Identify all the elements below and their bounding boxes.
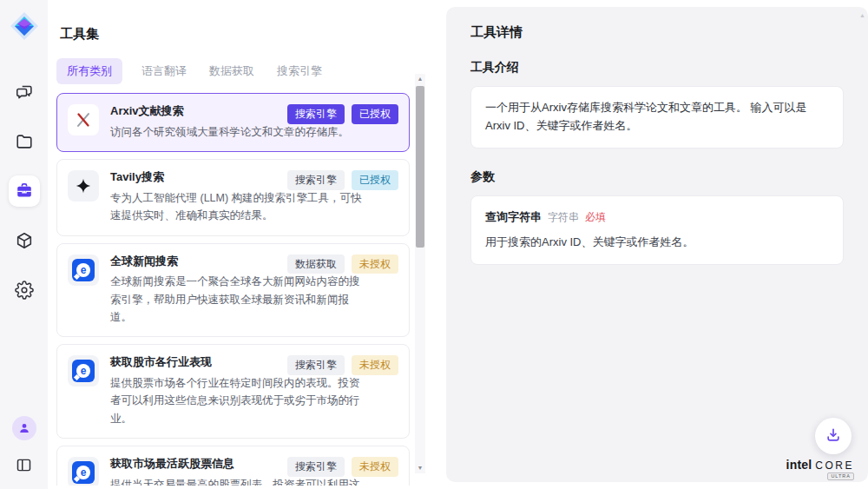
scroll-down-icon[interactable]: ▼: [418, 463, 424, 473]
param-required-badge: 必填: [585, 209, 606, 226]
avatar: [12, 416, 36, 440]
rail-nav-items: [9, 76, 40, 306]
tool-badges: 搜索引擎 已授权: [287, 104, 398, 124]
tool-details-panel: ▲ 工具详情 工具介绍 一个用于从Arxiv存储库搜索科学论文和文章的工具。 输…: [446, 7, 868, 482]
param-type: 字符串: [548, 209, 579, 226]
intel-wordmark: intel: [786, 458, 812, 472]
tool-description: 访问各个研究领域大量科学论文和文章的存储库。: [110, 123, 349, 141]
tab-所有类别[interactable]: 所有类别: [56, 58, 122, 84]
tab-语言翻译[interactable]: 语言翻译: [138, 58, 190, 84]
tavily-star-icon: [68, 170, 99, 202]
list-scrollbar[interactable]: ▲ ▼: [415, 74, 425, 473]
category-badge: 搜索引擎: [287, 104, 345, 124]
rail-item-cube-icon[interactable]: [9, 225, 40, 256]
param-header: 查询字符串 字符串 必填: [485, 208, 829, 227]
param-card: 查询字符串 字符串 必填 用于搜索的Arxiv ID、关键字或作者姓名。: [470, 195, 844, 266]
params-heading: 参数: [470, 169, 844, 185]
status-badge: 未授权: [352, 254, 398, 274]
news-search-logo-icon: e: [68, 457, 99, 486]
tool-description: 专为人工智能代理 (LLM) 构建的搜索引擎工具，可快速提供实时、准确和真实的结…: [110, 189, 364, 225]
rail-item-chat-icon[interactable]: [9, 76, 40, 108]
news-search-logo-icon: e: [68, 254, 99, 286]
tool-description: 提供当天交易量最高的股票列表，投资者可以利用这些信息来识别流动性强的股票和潜在的…: [110, 476, 364, 486]
tool-badges: 数据获取 未授权: [287, 254, 398, 274]
tool-card[interactable]: Tavily搜索 专为人工智能代理 (LLM) 构建的搜索引擎工具，可快速提供实…: [56, 159, 410, 235]
news-search-logo-icon: e: [68, 355, 99, 387]
tool-card[interactable]: Arxiv文献搜索 访问各个研究领域大量科学论文和文章的存储库。 搜索引擎 已授…: [56, 93, 410, 152]
app-logo-icon: [9, 10, 40, 42]
status-badge: 已授权: [352, 170, 398, 190]
param-desc: 用于搜索的Arxiv ID、关键字或作者姓名。: [485, 234, 829, 252]
tool-card[interactable]: e 全球新闻搜索 全球新闻搜索是一个聚合全球各大新闻网站内容的搜索引擎，帮助用户…: [56, 243, 410, 338]
tool-card[interactable]: e 获取股市各行业表现 提供股票市场各个行业在特定时间段内的表现。投资者可以利用…: [56, 344, 410, 439]
intro-card: 一个用于从Arxiv存储库搜索科学论文和文章的工具。 输入可以是Arxiv ID…: [470, 86, 844, 149]
status-badge: 已授权: [352, 104, 398, 124]
tool-badges: 搜索引擎 未授权: [287, 355, 398, 375]
tools-panel-title: 工具集: [60, 26, 440, 43]
intro-heading: 工具介绍: [470, 60, 844, 76]
download-icon: [825, 426, 842, 446]
rail-bottom: [9, 416, 40, 477]
tool-list: Arxiv文献搜索 访问各个研究领域大量科学论文和文章的存储库。 搜索引擎 已授…: [56, 93, 410, 486]
tool-badges: 搜索引擎 未授权: [287, 457, 398, 477]
panel-scroll-up-icon: ▲: [859, 12, 865, 18]
icon-rail: [0, 0, 48, 489]
download-button[interactable]: [815, 418, 852, 454]
category-badge: 搜索引擎: [287, 355, 345, 375]
category-tabs: 所有类别语言翻译数据获取搜索引擎: [56, 58, 440, 84]
tool-description: 全球新闻搜索是一个聚合全球各大新闻网站内容的搜索引擎，帮助用户快速获取全球最新资…: [110, 273, 364, 326]
intro-text: 一个用于从Arxiv存储库搜索科学论文和文章的工具。 输入可以是Arxiv ID…: [485, 101, 807, 132]
status-badge: 未授权: [352, 457, 398, 477]
tool-badges: 搜索引擎 已授权: [287, 170, 398, 190]
category-badge: 搜索引擎: [287, 170, 345, 190]
tool-card[interactable]: e 获取市场最活跃股票信息 提供当天交易量最高的股票列表，投资者可以利用这些信息…: [56, 446, 410, 486]
status-badge: 未授权: [352, 355, 398, 375]
param-name: 查询字符串: [485, 208, 542, 227]
intel-core-ultra-logo: intel core ULTRA: [786, 458, 854, 480]
tool-description: 提供股票市场各个行业在特定时间段内的表现。投资者可以利用这些信息来识别表现优于或…: [110, 374, 364, 427]
scroll-up-icon[interactable]: ▲: [418, 74, 424, 84]
rail-item-gear-icon[interactable]: [9, 274, 40, 306]
rail-item-toolbox-icon[interactable]: [9, 175, 40, 207]
details-title: 工具详情: [470, 24, 844, 41]
ultra-badge: ULTRA: [827, 472, 854, 480]
user-avatar-icon[interactable]: [12, 416, 36, 440]
tab-搜索引擎[interactable]: 搜索引擎: [273, 58, 326, 84]
tab-数据获取[interactable]: 数据获取: [206, 58, 258, 84]
scrollbar-thumb[interactable]: [416, 86, 424, 248]
tools-panel: 工具集 所有类别语言翻译数据获取搜索引擎 Arxiv文献搜索 访问各个研究领域大…: [48, 7, 440, 482]
rail-item-folder-icon[interactable]: [9, 126, 40, 157]
panel-toggle-icon[interactable]: [9, 453, 40, 477]
category-badge: 搜索引擎: [287, 457, 345, 477]
arxiv-logo-icon: [68, 104, 99, 135]
app-window: 工具集 所有类别语言翻译数据获取搜索引擎 Arxiv文献搜索 访问各个研究领域大…: [0, 0, 868, 489]
category-badge: 数据获取: [287, 254, 345, 274]
core-wordmark: core: [815, 459, 854, 472]
